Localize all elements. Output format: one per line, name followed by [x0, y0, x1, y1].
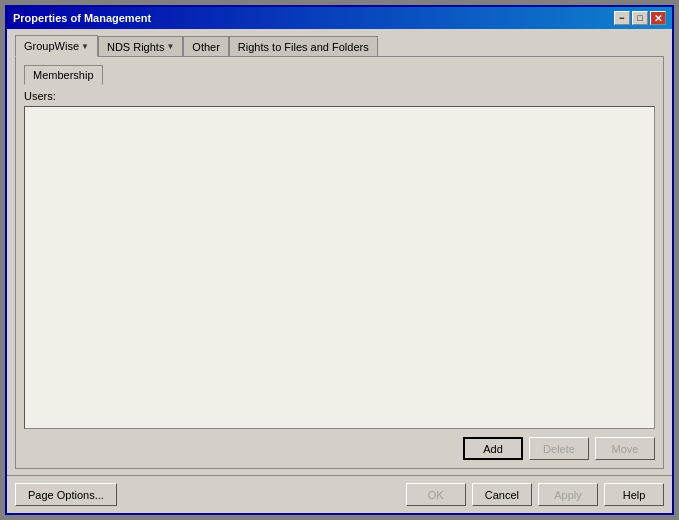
dialog-window: Properties of Management − □ ✕ GroupWise…	[5, 5, 674, 515]
tab-rights-files-folders-label: Rights to Files and Folders	[238, 41, 369, 53]
close-button[interactable]: ✕	[650, 11, 666, 25]
tab-other[interactable]: Other	[183, 36, 229, 56]
dialog-content: GroupWise ▼ NDS Rights ▼ Other Rights to…	[7, 29, 672, 475]
ok-button[interactable]: OK	[406, 483, 466, 506]
users-label: Users:	[24, 90, 655, 102]
add-button[interactable]: Add	[463, 437, 523, 460]
subtab-membership[interactable]: Membership	[24, 65, 103, 85]
delete-button[interactable]: Delete	[529, 437, 589, 460]
tab-nds-rights-label: NDS Rights	[107, 41, 164, 53]
move-button[interactable]: Move	[595, 437, 655, 460]
title-bar-controls: − □ ✕	[614, 11, 666, 25]
nds-rights-dropdown-arrow[interactable]: ▼	[166, 42, 174, 51]
bottom-bar: Page Options... OK Cancel Apply Help	[7, 475, 672, 513]
window-title: Properties of Management	[13, 12, 151, 24]
page-options-button[interactable]: Page Options...	[15, 483, 117, 506]
cancel-button[interactable]: Cancel	[472, 483, 532, 506]
minimize-button[interactable]: −	[614, 11, 630, 25]
tab-groupwise[interactable]: GroupWise ▼	[15, 35, 98, 57]
tab-groupwise-label: GroupWise	[24, 40, 79, 52]
maximize-button[interactable]: □	[632, 11, 648, 25]
tab-rights-files-folders[interactable]: Rights to Files and Folders	[229, 36, 378, 56]
tab-other-label: Other	[192, 41, 220, 53]
subtab-membership-label: Membership	[33, 69, 94, 81]
tab-nds-rights[interactable]: NDS Rights ▼	[98, 36, 183, 56]
apply-button[interactable]: Apply	[538, 483, 598, 506]
subtab-row: Membership	[24, 65, 655, 84]
bottom-right-buttons: OK Cancel Apply Help	[406, 483, 664, 506]
tab-panel: Membership Users: Add Delete Move	[15, 56, 664, 469]
groupwise-dropdown-arrow[interactable]: ▼	[81, 42, 89, 51]
action-buttons-row: Add Delete Move	[24, 437, 655, 460]
tabs-row: GroupWise ▼ NDS Rights ▼ Other Rights to…	[15, 35, 664, 56]
users-list-box[interactable]	[24, 106, 655, 429]
help-button[interactable]: Help	[604, 483, 664, 506]
title-bar: Properties of Management − □ ✕	[7, 7, 672, 29]
